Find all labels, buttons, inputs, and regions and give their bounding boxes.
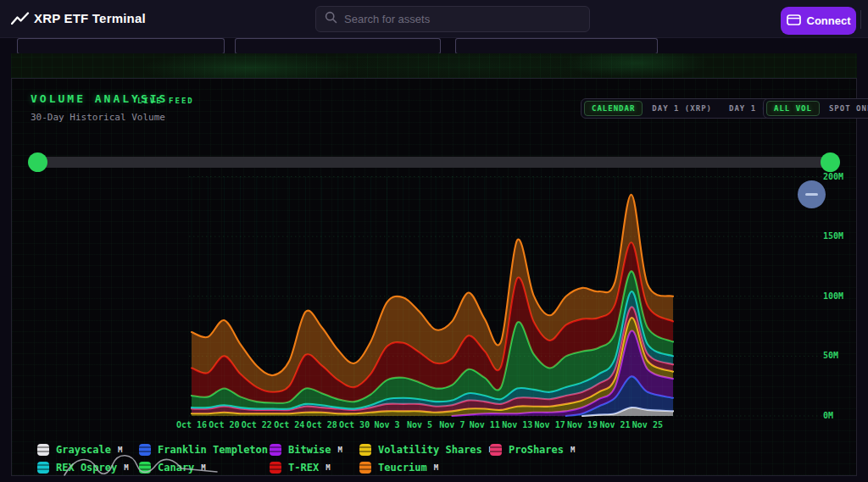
connect-label: Connect [807, 14, 851, 27]
y-tick-label: 150M [823, 231, 843, 241]
stacked-area-chart[interactable] [189, 170, 825, 418]
legend-label: Grayscale [56, 444, 111, 456]
range-slider-handle-right[interactable] [821, 152, 840, 172]
legend-marker-glyph: M [338, 446, 342, 454]
legend-swatch [270, 462, 281, 474]
legend-label: ProShares [509, 444, 564, 456]
legend-swatch [359, 462, 371, 474]
cutoff-stat-card [17, 38, 225, 54]
legend-item-canary[interactable]: CanaryM [139, 461, 206, 474]
volume-analysis-panel: VOLUME ANALYSIS LIVE FEED 30-Day Histori… [11, 78, 857, 476]
matrix-texture-band [11, 53, 857, 78]
legend-marker-glyph: M [118, 446, 122, 454]
x-tick-label: Nov 13 [502, 420, 532, 429]
x-tick-label: Nov 21 [599, 420, 630, 429]
legend-item-teucrium[interactable]: TeucriumM [359, 461, 438, 474]
cutoff-stat-card [455, 38, 658, 54]
legend-label: Teucrium [378, 462, 427, 474]
y-tick-label: 50M [823, 351, 838, 360]
legend-label: Volatility Shares [378, 444, 482, 456]
legend-swatch [139, 462, 151, 474]
legend-item-volatility-shares[interactable]: Volatility SharesM [359, 443, 493, 457]
x-tick-label: Oct 16 [176, 420, 207, 429]
top-header: XRP ETF Terminal Connect [0, 0, 868, 38]
x-tick-label: Nov 11 [470, 420, 500, 429]
legend-label: T-REX [288, 462, 319, 474]
tab-day-1-xrp-[interactable]: DAY 1 (XRP) [644, 101, 720, 116]
x-tick-label: Oct 20 [209, 420, 239, 429]
legend-label: Bitwise [288, 444, 331, 456]
filter-all-vol[interactable]: ALL VOL [766, 101, 820, 116]
legend-marker-glyph: M [434, 463, 438, 472]
wallet-icon [787, 14, 801, 28]
legend-item-proshares[interactable]: ProSharesM [490, 443, 575, 457]
legend-item-franklin-templeton[interactable]: Franklin TempletonM [139, 443, 279, 457]
tab-calendar[interactable]: CALENDAR [584, 101, 643, 116]
search-icon [325, 11, 337, 27]
legend-swatch [359, 444, 371, 456]
x-tick-label: Nov 25 [632, 420, 663, 429]
cutoff-stat-card [235, 38, 441, 54]
panel-subtitle: 30-Day Historical Volume [31, 112, 165, 123]
legend-item-grayscale[interactable]: GrayscaleM [37, 443, 122, 457]
range-slider-handle-left[interactable] [28, 152, 47, 172]
legend-swatch [37, 462, 49, 474]
x-tick-label: Oct 28 [307, 420, 337, 429]
legend-marker-glyph: M [326, 463, 330, 472]
x-tick-label: Nov 19 [567, 420, 598, 429]
x-tick-label: Nov 7 [439, 420, 465, 429]
app-title: XRP ETF Terminal [34, 11, 146, 25]
x-tick-label: Oct 30 [339, 420, 370, 429]
legend-item-rex-osprey[interactable]: REX OspreyM [37, 461, 129, 474]
date-range-slider-track[interactable] [35, 157, 837, 168]
legend-swatch [270, 444, 281, 456]
search-input[interactable] [344, 13, 581, 25]
app-logo-chart-icon [11, 12, 30, 26]
legend-label: Canary [158, 462, 194, 474]
legend-marker-glyph: M [570, 446, 575, 454]
x-tick-label: Oct 24 [274, 420, 304, 429]
legend-swatch [139, 444, 151, 456]
legend-label: REX Osprey [56, 462, 117, 474]
chart-legend: GrayscaleMFranklin TempletonMBitwiseMVol… [12, 440, 858, 477]
x-tick-label: Nov 17 [535, 420, 565, 429]
x-axis: Oct 16Oct 20Oct 22Oct 24Oct 28Oct 30Nov … [189, 420, 825, 432]
x-tick-label: Nov 5 [407, 420, 432, 429]
legend-swatch [37, 444, 49, 456]
legend-item-t-rex[interactable]: T-REXM [270, 461, 331, 474]
x-tick-label: Oct 22 [242, 420, 272, 429]
connect-wallet-button[interactable]: Connect [781, 7, 856, 35]
x-tick-label: Nov 3 [374, 420, 399, 429]
live-feed-badge: LIVE FEED [137, 97, 194, 105]
filter-spot-only[interactable]: SPOT ONLY [821, 101, 868, 116]
legend-swatch [490, 444, 502, 456]
legend-marker-glyph: M [201, 463, 205, 472]
legend-item-bitwise[interactable]: BitwiseM [270, 443, 342, 457]
volume-filter-button-group: ALL VOLSPOT ONLY [763, 98, 868, 119]
legend-label: Franklin Templeton [158, 444, 268, 456]
y-tick-label: 200M [823, 172, 843, 181]
legend-marker-glyph: M [124, 463, 128, 472]
asset-search[interactable] [315, 6, 590, 32]
y-tick-label: 100M [823, 291, 843, 301]
header-divider [860, 10, 861, 29]
